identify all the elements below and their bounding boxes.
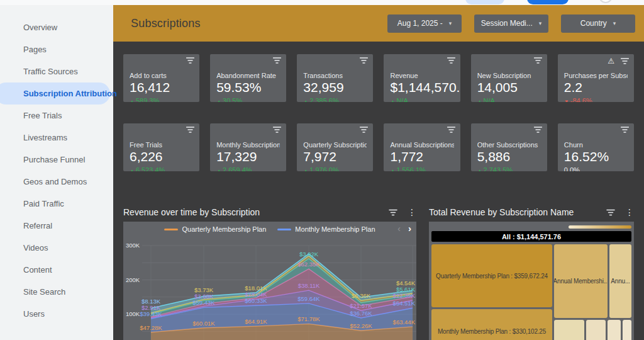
kpi-card-annual-subscriptions: Annual Subscriptions1,772▲1,556.1% [384,123,460,171]
filter-dropdown-country[interactable]: Country▾ [561,14,635,33]
filter-icon[interactable] [534,127,542,133]
sidebar-item-videos[interactable]: Videos [0,237,113,259]
filter-icon[interactable] [273,127,281,133]
kpi-delta: ▲589.3% [130,97,193,102]
legend-next-icon[interactable]: › [408,224,411,234]
sidebar-item-paid-traffic[interactable]: Paid Traffic [0,193,113,215]
top-toolbar-strip [0,0,644,5]
kpi-value: 59.53% [216,80,280,95]
chevron-down-icon: ▾ [539,20,542,26]
legend-item-quarterly-membership-plan: Quarterly Membership Plan [164,225,266,233]
treemap-cell-quarterly[interactable]: Quarterly... [554,320,584,340]
kpi-label: Churn [564,141,628,149]
kpi-card-monthly-subscriptions: Monthly Subscriptions17,329▲2,659.4% [210,123,286,171]
arrow-up-icon: ▲ [390,168,395,171]
kpi-label: Abandonment Rate [216,72,280,79]
svg-text:$18.01K: $18.01K [245,285,267,292]
filter-icon[interactable] [186,127,194,133]
filter-icon[interactable] [447,127,455,133]
kpi-card-purchases-per-subscriber: ⚠Purchases per Subscriber2.2▼-84.6% [558,54,634,102]
kpi-card-abandonment-rate: Abandonment Rate59.53%▲30.5% [210,54,286,102]
sidebar-item-subscription-attribution[interactable]: Subscription Attribution [0,82,110,105]
secondary-pill-button[interactable] [465,0,504,4]
arrow-up-icon: ▲ [303,168,308,171]
account-avatar[interactable] [599,0,613,3]
page-title: Subscriptions [131,17,201,30]
filter-dropdown-aug-1-2025[interactable]: Aug 1, 2025 -▾ [387,14,462,33]
kpi-label: Transactions [303,72,367,79]
sidebar-item-pages[interactable]: Pages [0,38,113,60]
sidebar-item-site-search[interactable]: Site Search [0,281,113,303]
svg-text:$47.28K: $47.28K [140,324,162,331]
arrow-up-icon: ▲ [216,168,221,171]
revenue-over-time-panel: Revenue over time by Subscription ⋮ Quar… [123,204,416,340]
sidebar-item-purchase-funnel[interactable]: Purchase Funnel [0,149,113,171]
filter-icon[interactable] [360,127,368,133]
svg-text:$2.91K: $2.91K [142,304,161,311]
filter-icon[interactable] [621,127,629,133]
sidebar-item-traffic-sources[interactable]: Traffic Sources [0,60,113,82]
kpi-card-free-trials: Free Trials6,226▲6,523.4% [123,123,199,171]
svg-text:$63.44K: $63.44K [393,319,416,326]
filter-icon[interactable] [447,57,455,64]
filter-icon[interactable] [606,209,615,216]
svg-text:$59.43K: $59.43K [192,299,215,306]
primary-pill-button[interactable] [527,0,569,4]
treemap-cell-annual-membershi[interactable]: Annual Membershi... [554,244,608,318]
arrow-up-icon: ▲ [130,168,135,171]
kpi-value: $1,144,570.76 [390,80,453,95]
kpi-delta: ▲30.5% [216,97,280,102]
filter-icon[interactable] [273,57,281,64]
svg-text:$3.73K: $3.73K [194,286,214,293]
filter-icon[interactable] [534,57,542,64]
treemap-cell-annu[interactable]: Annu... [609,244,631,318]
filter-dropdown-label: Session Medi... [481,19,533,28]
kpi-value: 1,772 [390,149,453,164]
treemap-cell-label: Monthly Membership Plan : $330,102.25 [438,328,546,335]
treemap-cell-s[interactable]: S... [623,320,631,340]
kpi-card-transactions: Transactions32,959▲2,385.6% [297,54,373,102]
sidebar-item-referral[interactable]: Referral [0,215,113,237]
kpi-value: 2.2 [564,80,628,95]
filter-dropdown-label: Aug 1, 2025 - [397,19,443,28]
kpi-row-2: Free Trials6,226▲6,523.4%Monthly Subscri… [123,123,634,171]
svg-text:$18.04K: $18.04K [245,291,267,298]
filter-icon[interactable] [389,209,397,216]
sidebar-item-geos-and-demos[interactable]: Geos and Demos [0,171,113,193]
svg-text:$3.92K: $3.92K [299,251,319,258]
treemap-root-cell[interactable]: All : $1,144,571.76 [431,231,631,242]
treemap-cell-monthly-membership-plan[interactable]: Monthly Membership Plan : $330,102.25 [431,309,552,340]
kpi-delta: ▲N/A [390,97,453,102]
kpi-value: 32,959 [303,80,367,95]
kebab-menu-icon[interactable]: ⋮ [408,208,416,217]
treemap-panel: Total Revenue by Subscription Name ⋮ All… [429,204,634,340]
legend-swatch [277,229,291,230]
filter-dropdown-session-medi[interactable]: Session Medi...▾ [474,14,548,33]
filter-icon[interactable] [621,58,629,64]
svg-text:300K: 300K [126,242,140,249]
kebab-menu-icon[interactable]: ⋮ [625,208,634,217]
dashboard-content: Add to carts16,412▲589.3%Abandonment Rat… [113,42,644,340]
svg-text:$36.76K: $36.76K [350,310,372,317]
treemap-cell-ann[interactable]: Ann... [586,320,606,340]
sidebar-item-overview[interactable]: Overview [0,16,113,38]
header-filter-controls: Aug 1, 2025 -▾Session Medi...▾Country▾ [387,14,635,33]
sidebar-item-users[interactable]: Users [0,303,113,325]
kpi-card-add-to-carts: Add to carts16,412▲589.3% [123,54,199,102]
arrow-up-icon: ▲ [303,99,308,102]
sidebar-item-content[interactable]: Content [0,259,113,281]
kpi-label: Revenue [390,72,453,79]
sidebar-item-free-trials[interactable]: Free Trials [0,105,113,127]
sidebar-item-livestreams[interactable]: Livestreams [0,127,113,149]
treemap-cell-quarterly-membership-plan[interactable]: Quarterly Membership Plan : $359,672.24 [431,244,552,307]
kpi-card-revenue: Revenue$1,144,570.76▲N/A [384,54,460,102]
treemap-cell-m[interactable]: M... [608,320,621,340]
treemap-title: Total Revenue by Subscription Name [429,207,574,217]
filter-icon[interactable] [360,57,368,64]
treemap-color-scale [569,225,631,229]
kpi-value: 17,329 [216,149,280,164]
kpi-label: Purchases per Subscriber [564,72,628,79]
filter-dropdown-label: Country [580,19,607,28]
filter-icon[interactable] [186,57,194,64]
legend-label: Quarterly Membership Plan [182,225,266,233]
